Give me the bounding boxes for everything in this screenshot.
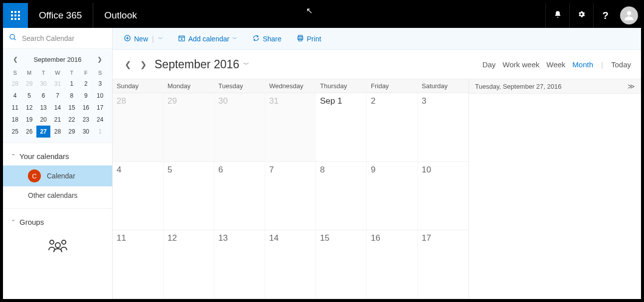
day-cell[interactable]: 30 <box>214 93 265 161</box>
day-cell[interactable]: Sep 1 <box>316 93 367 161</box>
mini-day[interactable]: 15 <box>65 102 79 114</box>
mini-day[interactable]: 17 <box>93 102 107 114</box>
day-number: 31 <box>269 96 279 106</box>
mini-day[interactable]: 14 <box>50 102 64 114</box>
app-name-label[interactable]: Outlook <box>93 3 148 28</box>
day-cell[interactable]: 31 <box>265 93 316 161</box>
app-launcher-button[interactable] <box>3 3 28 28</box>
day-cell[interactable]: 2 <box>367 93 418 161</box>
gear-icon <box>577 10 586 21</box>
day-cell[interactable]: 5 <box>163 162 214 230</box>
mini-day[interactable]: 28 <box>8 78 22 90</box>
next-month-button[interactable]: ❯ <box>138 58 149 71</box>
day-cell[interactable]: 8 <box>316 162 367 230</box>
mini-day[interactable]: 16 <box>79 102 93 114</box>
mini-dow: S <box>93 68 107 78</box>
mini-day[interactable]: 29 <box>22 78 36 90</box>
mini-day[interactable]: 25 <box>8 126 22 138</box>
mini-day[interactable]: 2 <box>79 78 93 90</box>
avatar-icon <box>620 6 638 24</box>
mini-day[interactable]: 22 <box>65 114 79 126</box>
mini-day[interactable]: 4 <box>8 90 22 102</box>
mini-prev-button[interactable]: ❮ <box>10 55 21 64</box>
account-button[interactable] <box>617 3 641 28</box>
other-calendars-item[interactable]: Other calendars <box>3 186 112 204</box>
your-calendars-header[interactable]: ⌃ Your calendars <box>3 147 112 165</box>
day-cell[interactable]: 6 <box>214 162 265 230</box>
dow-header: Friday <box>367 79 418 93</box>
mini-day[interactable]: 11 <box>8 102 22 114</box>
view-day[interactable]: Day <box>483 60 496 69</box>
brand-label[interactable]: Office 365 <box>28 10 93 21</box>
day-cell[interactable]: 12 <box>163 230 214 299</box>
day-cell[interactable]: 17 <box>418 230 469 299</box>
chevron-down-icon: ﹀ <box>243 60 249 69</box>
mini-day[interactable]: 23 <box>79 114 93 126</box>
mini-day[interactable]: 1 <box>93 126 107 138</box>
mini-day[interactable]: 24 <box>93 114 107 126</box>
chevron-down-icon[interactable]: ﹀ <box>158 35 163 42</box>
view-workweek[interactable]: Work week <box>502 60 539 69</box>
collapse-agenda-button[interactable]: ≫ <box>628 82 635 90</box>
dow-header: Wednesday <box>265 79 316 93</box>
mini-day[interactable]: 8 <box>65 90 79 102</box>
mini-day[interactable]: 29 <box>65 126 79 138</box>
mini-next-button[interactable]: ❯ <box>94 55 105 64</box>
day-cell[interactable]: 29 <box>163 93 214 161</box>
day-cell[interactable]: 28 <box>113 93 163 161</box>
view-month[interactable]: Month <box>572 60 593 69</box>
mini-day[interactable]: 13 <box>36 102 50 114</box>
print-button[interactable]: Print <box>297 34 322 43</box>
day-cell[interactable]: 9 <box>367 162 418 230</box>
mini-day[interactable]: 12 <box>22 102 36 114</box>
month-title[interactable]: September 2016 ﹀ <box>155 58 249 71</box>
search-input[interactable] <box>22 34 106 42</box>
view-week[interactable]: Week <box>546 60 565 69</box>
view-today[interactable]: Today <box>611 60 631 69</box>
dow-header: Saturday <box>418 79 469 93</box>
new-button[interactable]: New | ﹀ <box>124 34 163 43</box>
mini-dow: F <box>79 68 93 78</box>
day-cell[interactable]: 16 <box>367 230 418 299</box>
mini-month-label[interactable]: September 2016 <box>33 56 81 63</box>
day-cell[interactable]: 3 <box>418 93 469 161</box>
mini-day[interactable]: 26 <box>22 126 36 138</box>
help-button[interactable]: ? <box>593 3 617 28</box>
settings-button[interactable] <box>569 3 593 28</box>
notifications-button[interactable] <box>545 3 569 28</box>
mini-day[interactable]: 18 <box>8 114 22 126</box>
prev-month-button[interactable]: ❮ <box>123 58 133 71</box>
day-cell[interactable]: 11 <box>113 230 163 299</box>
mini-day[interactable]: 1 <box>65 78 79 90</box>
search-box[interactable] <box>3 28 112 49</box>
share-button[interactable]: Share <box>252 34 281 43</box>
mini-day[interactable]: 30 <box>79 126 93 138</box>
day-cell[interactable]: 13 <box>214 230 265 299</box>
groups-header[interactable]: ⌃ Groups <box>3 213 112 231</box>
mini-day[interactable]: 9 <box>79 90 93 102</box>
mini-day[interactable]: 5 <box>22 90 36 102</box>
mini-dow: T <box>36 68 50 78</box>
day-cell[interactable]: 14 <box>265 230 316 299</box>
mini-day[interactable]: 10 <box>93 90 107 102</box>
mini-day[interactable]: 27 <box>36 126 50 138</box>
mini-day[interactable]: 7 <box>50 90 64 102</box>
day-cell[interactable]: 15 <box>316 230 367 299</box>
mini-day[interactable]: 6 <box>36 90 50 102</box>
mini-day[interactable]: 3 <box>93 78 107 90</box>
mini-day[interactable]: 21 <box>50 114 64 126</box>
mini-day[interactable]: 28 <box>50 126 64 138</box>
day-cell[interactable]: 10 <box>418 162 469 230</box>
add-calendar-button[interactable]: Add calendar ﹀ <box>178 34 238 43</box>
day-cell[interactable]: 4 <box>113 162 163 230</box>
chevron-down-icon[interactable]: ﹀ <box>232 35 237 42</box>
day-number: 28 <box>117 96 126 106</box>
day-cell[interactable]: 7 <box>265 162 316 230</box>
calendar-grid: SundayMondayTuesdayWednesdayThursdayFrid… <box>113 79 469 299</box>
mini-day[interactable]: 19 <box>22 114 36 126</box>
mini-day[interactable]: 20 <box>36 114 50 126</box>
day-number: 17 <box>422 233 431 243</box>
mini-day[interactable]: 30 <box>36 78 50 90</box>
mini-day[interactable]: 31 <box>50 78 64 90</box>
calendar-item[interactable]: C Calendar <box>3 165 112 186</box>
